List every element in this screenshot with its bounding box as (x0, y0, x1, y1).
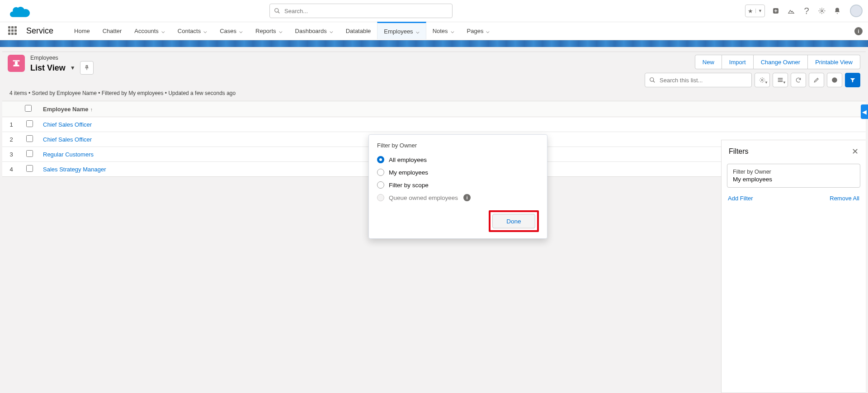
tab-datatable[interactable]: Datatable (340, 22, 377, 40)
tab-home[interactable]: Home (68, 22, 96, 40)
chevron-down-icon[interactable]: ⌵ (416, 28, 420, 35)
info-icon[interactable]: i (463, 194, 471, 201)
collapse-panel-icon[interactable]: ◀ (861, 104, 868, 119)
nav-info-icon[interactable]: i (854, 27, 863, 35)
row-select[interactable] (20, 117, 38, 132)
global-search (269, 4, 453, 18)
new-button[interactable]: New (695, 55, 722, 69)
row-number: 4 (2, 162, 20, 177)
svg-rect-10 (778, 81, 783, 82)
tab-label: Cases (220, 28, 236, 34)
change-owner-button[interactable]: Change Owner (754, 55, 808, 69)
done-button[interactable]: Done (492, 214, 535, 228)
done-highlight: Done (489, 210, 539, 232)
add-filter-link[interactable]: Add Filter (728, 195, 753, 202)
chevron-down-icon[interactable]: ⌵ (330, 28, 333, 34)
chevron-down-icon[interactable]: ⌵ (161, 28, 165, 34)
chevron-down-icon[interactable]: ⌵ (203, 28, 207, 34)
opt-all-label: All employees (389, 156, 427, 163)
svg-rect-4 (13, 60, 20, 62)
opt-scope-label: Filter by scope (389, 182, 429, 189)
tab-cases[interactable]: Cases⌵ (213, 22, 249, 40)
list-view-header: Employees List View ▼ New Import Change … (2, 52, 866, 101)
svg-rect-8 (778, 78, 783, 79)
close-icon[interactable]: ✕ (852, 147, 859, 156)
tab-notes[interactable]: Notes⌵ (426, 22, 461, 40)
row-number: 1 (2, 117, 20, 132)
col-employee-name[interactable]: Employee Name↑ (38, 101, 866, 117)
filters-panel-title: Filters (729, 147, 749, 156)
tab-label: Contacts (178, 28, 201, 34)
tab-accounts[interactable]: Accounts⌵ (128, 22, 171, 40)
tab-employees[interactable]: Employees⌵ (377, 22, 426, 39)
col-employee-name-label: Employee Name (43, 106, 88, 113)
opt-all-employees[interactable]: All employees (377, 153, 539, 166)
filter-icon[interactable] (845, 73, 860, 87)
row-checkbox[interactable] (26, 165, 33, 172)
record-link[interactable]: Chief Sales Officer (43, 136, 92, 143)
filter-card-owner[interactable]: Filter by Owner My employees (727, 164, 860, 188)
salesforce-logo[interactable] (10, 4, 30, 18)
select-all-checkbox[interactable] (25, 105, 32, 112)
chevron-down-icon[interactable]: ⌵ (279, 28, 283, 34)
record-link[interactable]: Chief Sales Officer (43, 121, 92, 128)
list-view-controls-gear-icon[interactable]: ▼ (755, 73, 770, 87)
header-actions: ★▼ ? (745, 5, 863, 17)
list-view-controls: ▼ ▼ (645, 73, 860, 87)
tab-label: Dashboards (295, 28, 327, 34)
row-checkbox[interactable] (26, 150, 33, 157)
filter-card-value: My employees (733, 176, 854, 183)
opt-my-employees[interactable]: My employees (377, 166, 539, 179)
tab-label: Pages (467, 28, 484, 34)
chevron-down-icon[interactable]: ⌵ (486, 28, 490, 34)
list-view-switcher-icon[interactable]: ▼ (70, 65, 75, 71)
radio-icon (377, 194, 384, 201)
tab-label: Home (74, 28, 90, 34)
user-avatar[interactable] (850, 5, 863, 17)
filters-panel: Filters ✕ Filter by Owner My employees A… (721, 140, 866, 393)
setup-gear-icon[interactable] (817, 6, 826, 15)
chart-icon[interactable] (827, 73, 842, 87)
list-view-title[interactable]: List View (30, 63, 66, 73)
tab-label: Reports (255, 28, 276, 34)
row-checkbox[interactable] (26, 135, 33, 142)
list-view-info: 4 items • Sorted by Employee Name • Filt… (8, 87, 860, 101)
tab-chatter[interactable]: Chatter (96, 22, 128, 40)
chevron-down-icon[interactable]: ⌵ (451, 28, 454, 34)
tab-reports[interactable]: Reports⌵ (249, 22, 289, 40)
app-launcher-icon[interactable] (8, 26, 18, 36)
notifications-bell-icon[interactable] (833, 6, 842, 15)
refresh-icon[interactable] (791, 73, 806, 87)
row-checkbox[interactable] (26, 120, 33, 127)
list-search-input[interactable] (645, 73, 752, 87)
svg-point-3 (821, 10, 823, 12)
record-link[interactable]: Sales Strategy Manager (43, 166, 106, 173)
object-icon (8, 55, 25, 72)
nav-tabs: HomeChatterAccounts⌵Contacts⌵Cases⌵Repor… (68, 22, 496, 40)
pin-list-button[interactable] (80, 61, 94, 75)
opt-filter-by-scope[interactable]: Filter by scope (377, 179, 539, 191)
help-icon[interactable]: ? (802, 6, 811, 15)
row-select[interactable] (20, 162, 38, 177)
global-search-input[interactable] (269, 4, 453, 18)
col-select-all[interactable] (20, 101, 38, 117)
trailhead-icon[interactable] (787, 6, 796, 15)
search-icon (649, 77, 656, 83)
import-button[interactable]: Import (722, 55, 754, 69)
tab-pages[interactable]: Pages⌵ (461, 22, 496, 40)
remove-all-link[interactable]: Remove All (830, 195, 859, 202)
tab-contacts[interactable]: Contacts⌵ (171, 22, 213, 40)
edit-list-icon[interactable] (809, 73, 824, 87)
add-icon[interactable] (771, 6, 780, 15)
display-as-icon[interactable]: ▼ (773, 73, 788, 87)
tab-dashboards[interactable]: Dashboards⌵ (289, 22, 340, 40)
row-select[interactable] (20, 147, 38, 162)
chevron-down-icon[interactable]: ⌵ (239, 28, 243, 34)
row-number: 2 (2, 132, 20, 147)
svg-point-5 (650, 78, 654, 81)
row-select[interactable] (20, 132, 38, 147)
opt-queue-label: Queue owned employees (389, 194, 458, 201)
record-link[interactable]: Regular Customers (43, 151, 94, 158)
printable-view-button[interactable]: Printable View (808, 55, 860, 69)
favorites-button[interactable]: ★▼ (745, 5, 765, 17)
